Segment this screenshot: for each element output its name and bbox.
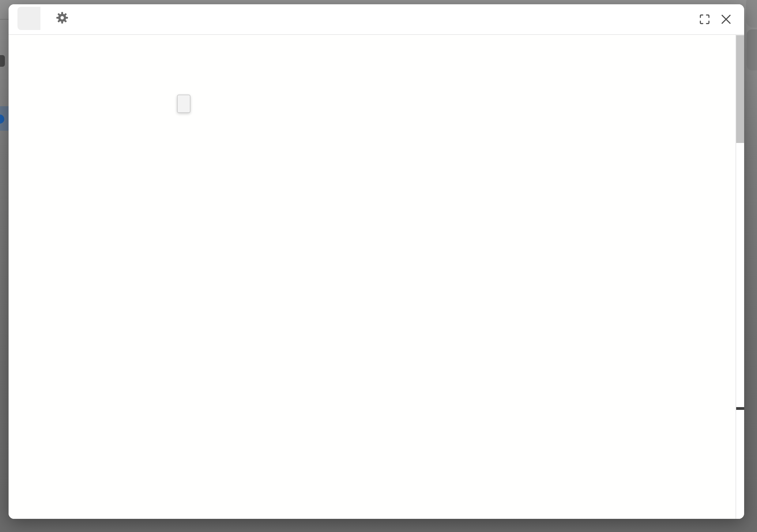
backdrop-shape-right bbox=[746, 29, 757, 71]
backdrop-dark-button bbox=[0, 55, 5, 67]
fullscreen-icon bbox=[699, 14, 710, 25]
js-file-icon bbox=[381, 14, 392, 25]
scrollbar-thumb[interactable] bbox=[736, 35, 744, 143]
code-editor[interactable] bbox=[9, 35, 736, 519]
scrollbar-marker bbox=[736, 407, 744, 410]
gear-icon bbox=[56, 12, 68, 24]
file-editor-modal bbox=[9, 4, 744, 519]
backdrop-divider bbox=[0, 19, 9, 19]
scrollbar-track[interactable] bbox=[736, 35, 744, 519]
settings-button[interactable] bbox=[55, 11, 69, 24]
backdrop-shape-top-right bbox=[746, 0, 757, 28]
close-button[interactable] bbox=[719, 13, 733, 26]
file-title bbox=[381, 4, 398, 34]
save-split-button bbox=[17, 7, 50, 30]
save-button[interactable] bbox=[17, 7, 41, 30]
follow-link-tooltip bbox=[177, 95, 191, 113]
fullscreen-button[interactable] bbox=[698, 13, 712, 26]
editor-header bbox=[9, 4, 744, 35]
close-icon bbox=[720, 14, 732, 25]
screen: { "header": { "save_label": "Save", "fil… bbox=[0, 0, 757, 532]
minimap[interactable] bbox=[665, 35, 736, 231]
save-dropdown-button[interactable] bbox=[41, 7, 50, 30]
chevron-down-icon bbox=[43, 17, 48, 20]
